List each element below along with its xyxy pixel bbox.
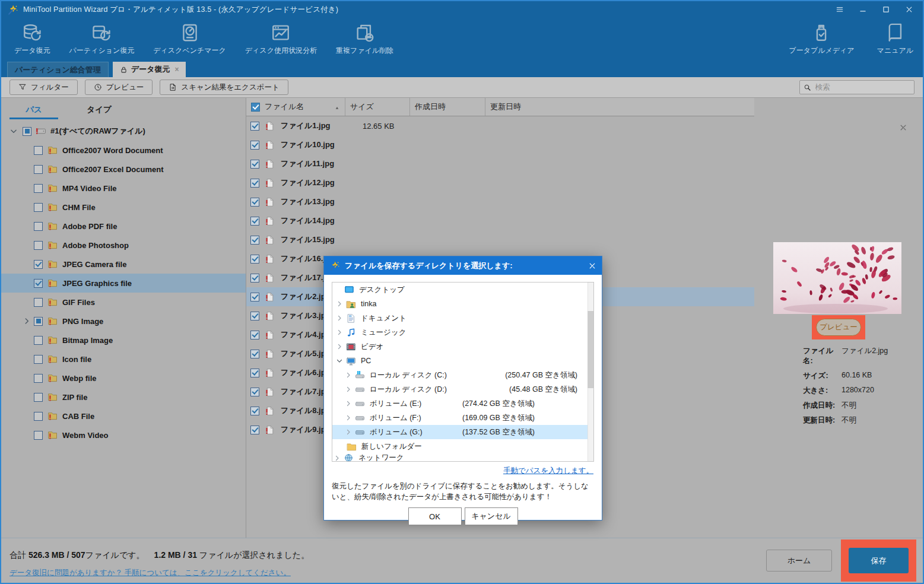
ribbon-item-manual[interactable]: マニュアル: [877, 18, 913, 56]
checkbox[interactable]: [34, 336, 43, 345]
filetype-root-row[interactable]: #1(すべてのRAWファイル): [1, 122, 246, 141]
checkbox[interactable]: [34, 260, 43, 269]
checkbox[interactable]: [34, 203, 43, 212]
filetype-item[interactable]: ZIP file: [1, 388, 246, 407]
checkbox[interactable]: [250, 217, 259, 226]
tab-data-recovery[interactable]: データ復元×: [113, 62, 186, 77]
file-row[interactable]: ファイル14.jpg: [246, 211, 754, 230]
checkbox[interactable]: [34, 317, 43, 326]
filetype-item[interactable]: Adobe Photoshop: [1, 236, 246, 255]
column-header[interactable]: 作成日時: [410, 98, 485, 116]
directory-item[interactable]: ネットワーク: [332, 453, 593, 462]
checkbox[interactable]: [34, 355, 43, 364]
directory-item[interactable]: ボリューム (E:)(274.42 GB 空き領域): [332, 396, 593, 411]
directory-item[interactable]: ローカル ディスク (D:)(45.48 GB 空き領域): [332, 382, 593, 396]
filetype-item[interactable]: Office2007 Excel Document: [1, 160, 246, 179]
hamburger-menu-icon[interactable]: [835, 5, 844, 14]
checkbox[interactable]: [34, 165, 43, 174]
checkbox[interactable]: [34, 279, 43, 288]
directory-item[interactable]: PC: [332, 354, 593, 368]
file-row[interactable]: ファイル11.jpg: [246, 154, 754, 173]
checkbox[interactable]: [250, 388, 259, 396]
filetype-item[interactable]: GIF Files: [1, 293, 246, 312]
close-icon[interactable]: [904, 5, 913, 14]
directory-item[interactable]: ミュージック: [332, 325, 593, 339]
filetype-item[interactable]: CAB File: [1, 407, 246, 426]
checkbox[interactable]: [34, 393, 43, 402]
file-row[interactable]: ファイル10.jpg: [246, 135, 754, 154]
directory-item[interactable]: ドキュメント: [332, 311, 593, 325]
file-row[interactable]: ファイル13.jpg: [246, 192, 754, 211]
cancel-button[interactable]: キャンセル: [465, 507, 518, 525]
ribbon-item-disk-benchmark[interactable]: ディスクベンチマーク: [153, 18, 226, 56]
preview-button[interactable]: プレビュー: [85, 80, 153, 95]
ok-button[interactable]: OK: [408, 507, 462, 525]
column-header[interactable]: サイズ: [345, 98, 410, 116]
ribbon-item-data-recovery[interactable]: データ復元: [14, 18, 50, 56]
checkbox[interactable]: [250, 141, 259, 150]
checkbox[interactable]: [250, 122, 259, 131]
checkbox[interactable]: [34, 298, 43, 307]
ribbon-item-bootable-media[interactable]: ブータブルメディア: [789, 18, 854, 56]
filetype-item[interactable]: Icon file: [1, 350, 246, 369]
filetype-item[interactable]: MP4 Video File: [1, 179, 246, 198]
checkbox[interactable]: [34, 146, 43, 155]
select-all-checkbox[interactable]: [251, 103, 260, 112]
directory-item[interactable]: デスクトップ: [332, 283, 593, 297]
maximize-icon[interactable]: [881, 5, 890, 14]
save-button[interactable]: 保存: [849, 548, 909, 573]
directory-item[interactable]: ボリューム (F:)(169.09 GB 空き領域): [332, 411, 593, 425]
directory-item[interactable]: tinka: [332, 297, 593, 311]
tab-path[interactable]: パス: [1, 98, 66, 122]
dialog-scrollbar-thumb[interactable]: [588, 311, 593, 388]
checkbox[interactable]: [250, 236, 259, 245]
checkbox[interactable]: [250, 369, 259, 377]
column-header-name[interactable]: ファイル名: [246, 98, 345, 116]
checkbox[interactable]: [250, 198, 259, 207]
file-row[interactable]: ファイル12.jpg: [246, 173, 754, 192]
ribbon-item-disk-analysis[interactable]: ディスク使用状況分析: [245, 18, 317, 56]
export-scan-results-button[interactable]: スキャン結果をエクスポート: [160, 80, 288, 95]
file-row[interactable]: ファイル15.jpg: [246, 230, 754, 249]
tab-close-icon[interactable]: ×: [174, 65, 179, 74]
checkbox[interactable]: [250, 255, 259, 264]
checkbox[interactable]: [250, 407, 259, 415]
dialog-close-icon[interactable]: [588, 262, 596, 270]
search-box[interactable]: [799, 80, 915, 94]
checkbox[interactable]: [250, 179, 259, 188]
filter-button[interactable]: フィルター: [9, 80, 78, 95]
directory-item[interactable]: 新しいフォルダー: [332, 439, 593, 453]
ribbon-item-duplicate-remove[interactable]: 重複ファイル削除: [336, 18, 393, 56]
checkbox[interactable]: [250, 274, 259, 283]
checkbox[interactable]: [34, 412, 43, 421]
help-link[interactable]: データ復旧に問題がありますか？ 手順については、ここをクリックしてください。: [9, 568, 291, 578]
directory-item[interactable]: ローカル ディスク (C:)(250.47 GB 空き領域): [332, 368, 593, 382]
checkbox[interactable]: [250, 426, 259, 434]
minimize-icon[interactable]: [858, 5, 867, 14]
filetype-item[interactable]: Bitmap Image: [1, 331, 246, 350]
checkbox[interactable]: [250, 293, 259, 301]
directory-item[interactable]: ボリューム (G:)(137.52 GB 空き領域): [332, 425, 593, 439]
tab-type[interactable]: タイプ: [66, 98, 132, 122]
checkbox[interactable]: [250, 331, 259, 339]
filetype-item[interactable]: JPEG Camera file: [1, 255, 246, 274]
tab-partition-management[interactable]: パーティション総合管理: [7, 62, 109, 77]
filetype-item[interactable]: Adobe PDF file: [1, 217, 246, 236]
checkbox[interactable]: [34, 374, 43, 383]
preview-panel-close-icon[interactable]: [899, 123, 907, 132]
home-button[interactable]: ホーム: [766, 550, 832, 572]
search-input[interactable]: [814, 82, 910, 92]
manual-path-link[interactable]: 手動でパスを入力します。: [324, 466, 593, 476]
checkbox[interactable]: [23, 127, 31, 136]
checkbox[interactable]: [250, 350, 259, 358]
preview-pill-button[interactable]: プレビュー: [816, 319, 861, 336]
column-header[interactable]: 更新日時: [485, 98, 754, 116]
filetype-item[interactable]: Webm Video: [1, 426, 246, 445]
filetype-item[interactable]: Office2007 Word Document: [1, 141, 246, 160]
checkbox[interactable]: [34, 222, 43, 231]
checkbox[interactable]: [250, 160, 259, 169]
file-row[interactable]: ファイル1.jpg12.65 KB: [246, 116, 754, 135]
checkbox[interactable]: [250, 312, 259, 320]
checkbox[interactable]: [34, 241, 43, 250]
filetype-item[interactable]: Webp file: [1, 369, 246, 388]
